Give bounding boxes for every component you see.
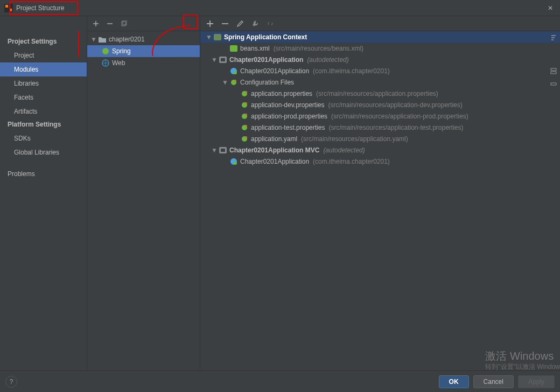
add-module-icon[interactable] — [92, 19, 100, 28]
collapse-icon[interactable] — [549, 80, 558, 88]
sidebar-item-artifacts[interactable]: Artifacts — [0, 104, 87, 118]
detail-hint: (com.itheima.chapter0201) — [313, 67, 390, 75]
sidebar-item-facets[interactable]: Facets — [0, 90, 87, 104]
detail-label: Chapter0201Application — [229, 56, 303, 64]
copy-icon[interactable] — [120, 19, 128, 28]
svg-point-28 — [234, 162, 237, 165]
svg-rect-26 — [221, 149, 225, 152]
detail-row[interactable]: ▼Configuration Files — [200, 76, 560, 88]
module-web[interactable]: Web — [87, 57, 200, 69]
detail-toolbar — [200, 16, 560, 31]
sidebar-item-project[interactable]: Project — [0, 48, 87, 62]
detail-label: Configuration Files — [240, 79, 294, 86]
detail-row[interactable]: ▼Chapter0201Application(autodetected) — [200, 54, 560, 65]
sidebar-item-libraries[interactable]: Libraries — [0, 76, 87, 90]
svg-rect-8 — [230, 45, 237, 52]
spring-icon — [101, 47, 110, 55]
detail-hint: (src/main/resources/application-prod.pro… — [331, 113, 468, 120]
detail-row[interactable]: application-prod.properties(src/main/res… — [200, 110, 560, 122]
sidebar-item-sdks[interactable]: SDKs — [0, 131, 87, 145]
detail-label: application-test.properties — [251, 124, 325, 131]
sidebar-section-platform-settings: Platform Settings — [0, 118, 87, 131]
detail-hint: (src/main/resources/application.properti… — [316, 90, 438, 97]
detail-row[interactable]: application-test.properties(src/main/res… — [200, 122, 560, 133]
sidebar-item-modules[interactable]: Modules — [0, 62, 87, 76]
window-title: Project Structure — [16, 4, 64, 12]
caret-icon: ▼ — [206, 33, 211, 41]
detail-label: Chapter0201Application — [240, 67, 309, 75]
context-header[interactable]: ▼ Spring Application Context — [200, 31, 560, 43]
detail-row[interactable]: Chapter0201Application(com.itheima.chapt… — [200, 65, 560, 76]
help-button[interactable]: ? — [5, 376, 17, 388]
detail-hint: (src/main/resources/application.yaml) — [301, 135, 408, 143]
expand-icon[interactable] — [549, 67, 558, 75]
svg-rect-2 — [9, 9, 12, 11]
xml-icon — [229, 44, 238, 53]
link-icon[interactable] — [266, 19, 275, 28]
ok-button[interactable]: OK — [439, 375, 469, 388]
prop-icon — [229, 78, 238, 87]
app-icon — [4, 4, 13, 12]
svg-rect-10 — [221, 58, 225, 61]
web-icon — [101, 59, 110, 67]
detail-label: application-prod.properties — [251, 113, 327, 120]
module-root[interactable]: ▼ chapter0201 — [87, 33, 200, 45]
cancel-button[interactable]: Cancel — [473, 375, 514, 388]
caret-icon: ▼ — [90, 36, 96, 43]
remove-context-icon[interactable] — [221, 19, 229, 28]
svg-rect-3 — [122, 22, 125, 26]
caret-icon: ▼ — [222, 79, 227, 86]
svg-point-16 — [245, 91, 247, 93]
detail-row[interactable]: application.yaml(src/main/resources/appl… — [200, 133, 560, 144]
module-spring[interactable]: Spring — [87, 45, 200, 57]
svg-point-22 — [245, 125, 247, 127]
detail-row[interactable]: application.properties(src/main/resource… — [200, 88, 560, 99]
detail-row[interactable]: beans.xml(src/main/resources/beans.xml) — [200, 43, 560, 54]
svg-point-24 — [245, 136, 247, 138]
sidebar-item-global-libraries[interactable]: Global Libraries — [0, 145, 87, 159]
detail-row[interactable]: application-dev.properties(src/main/reso… — [200, 99, 560, 110]
detail-hint: (src/main/resources/application-test.pro… — [328, 124, 463, 131]
detail-row[interactable]: ▼Chapter0201Application MVC(autodetected… — [200, 144, 560, 156]
svg-rect-7 — [214, 34, 221, 40]
edit-icon[interactable] — [236, 19, 244, 28]
detail-panel: ▼ Spring Application Context beans.xml(s… — [200, 16, 560, 370]
detail-hint: (autodetected) — [323, 146, 365, 154]
module-spring-label: Spring — [112, 47, 131, 55]
module-root-label: chapter0201 — [109, 36, 145, 43]
sidebar-item-problems[interactable]: Problems — [0, 167, 87, 181]
detail-row[interactable]: Chapter0201Application(com.itheima.chapt… — [200, 156, 560, 167]
wrench-icon[interactable] — [251, 19, 260, 28]
add-context-icon[interactable] — [206, 19, 214, 28]
svg-point-20 — [245, 114, 247, 116]
svg-point-18 — [245, 102, 247, 104]
class-icon — [229, 67, 238, 75]
detail-label: application.yaml — [251, 135, 297, 143]
module-web-label: Web — [112, 59, 125, 67]
module-tree: ▼ chapter0201 Spring Web — [87, 31, 200, 370]
prop-icon — [240, 112, 249, 121]
remove-module-icon[interactable] — [106, 19, 114, 28]
sort-icon[interactable] — [549, 33, 558, 42]
context-title: Spring Application Context — [224, 33, 307, 41]
svg-point-12 — [234, 71, 237, 74]
detail-label: application.properties — [251, 90, 312, 97]
body-area: Project Settings Project Modules Librari… — [0, 16, 560, 370]
right-gutter — [547, 31, 560, 90]
detail-label: beans.xml — [240, 45, 270, 52]
module-toolbar — [87, 16, 200, 31]
svg-rect-1 — [5, 5, 8, 8]
caret-icon: ▼ — [211, 56, 216, 64]
app-icon — [219, 146, 227, 155]
svg-rect-4 — [123, 20, 127, 25]
prop-icon — [240, 101, 249, 109]
apply-button[interactable]: Apply — [518, 375, 555, 388]
close-icon[interactable]: ✕ — [546, 4, 555, 12]
footer: ? OK Cancel Apply — [0, 370, 560, 392]
prop-icon — [240, 89, 249, 98]
detail-hint: (autodetected) — [307, 56, 348, 64]
svg-point-14 — [234, 80, 236, 82]
folder-icon — [98, 35, 107, 44]
prop-icon — [240, 135, 249, 143]
spring-context-icon — [213, 33, 222, 41]
